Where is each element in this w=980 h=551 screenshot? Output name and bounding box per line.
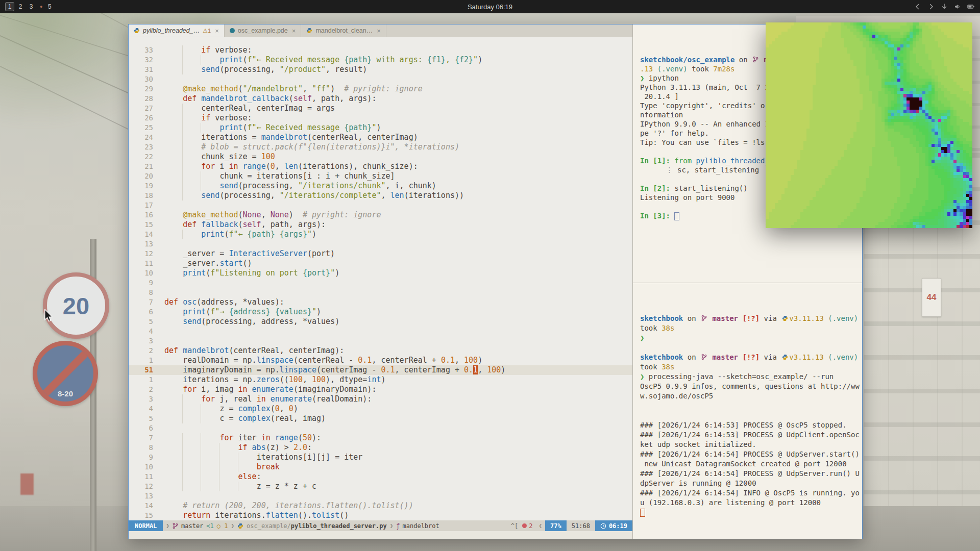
- terminal-line[interactable]: ### [2026/1/24 6:14:53] PROCESS @ UdpCli…: [640, 430, 862, 440]
- code-line[interactable]: 31 send(processing, "/product", result): [129, 65, 632, 74]
- nav-next-icon[interactable]: [927, 3, 935, 10]
- code-line[interactable]: 2def mandelbrot(centerReal, centerImag):: [129, 346, 632, 356]
- code-line[interactable]: 10 print(f"Listening on port {port}"): [129, 268, 632, 278]
- code-line[interactable]: 6 print(f"→ {address} {values}"): [129, 307, 632, 317]
- line-number: 3: [136, 394, 153, 404]
- terminal-line[interactable]: took 38s: [640, 323, 862, 333]
- tab-pyliblo-threaded[interactable]: pyliblo_threaded_… ⚠1 ×: [129, 24, 225, 37]
- terminal-line[interactable]: dpServer is running @ 12000: [640, 479, 862, 488]
- code-line[interactable]: 32 print(f"← Received message {path} wit…: [129, 55, 632, 65]
- terminal-line[interactable]: took 38s: [640, 362, 862, 372]
- workspace-1[interactable]: 1: [5, 2, 14, 11]
- code-line[interactable]: 18 send(processing, "/iterations/complet…: [129, 191, 632, 201]
- terminal-line[interactable]: ### [2026/1/24 6:14:54] PROCESS @ UdpSer…: [640, 469, 862, 479]
- code-line[interactable]: 17: [129, 201, 632, 210]
- code-line[interactable]: 9 iterations[i][j] = iter: [129, 453, 632, 462]
- terminal-line[interactable]: new Unicast DatagramSocket created @ por…: [640, 459, 862, 469]
- code-line[interactable]: 3: [129, 336, 632, 346]
- code-line[interactable]: 14 # return (200, 200, iterations.flatte…: [129, 501, 632, 511]
- code-line[interactable]: 29 @make_method("/mandelbrot", "ff") # p…: [129, 84, 632, 94]
- code-line[interactable]: 26 if verbose:: [129, 113, 632, 123]
- code-line[interactable]: 1 realDomain = np.linspace(centerReal - …: [129, 356, 632, 365]
- code-line[interactable]: 15 def fallback(self, path, args):: [129, 220, 632, 230]
- line-number: 8: [136, 443, 153, 453]
- line-number: 5: [136, 317, 153, 327]
- workspace-5[interactable]: 5: [45, 2, 54, 11]
- code-line[interactable]: 11 _server.start(): [129, 259, 632, 268]
- line-number: 51: [136, 365, 153, 375]
- code-line[interactable]: 51 imaginaryDomain = np.linspace(centerI…: [129, 365, 632, 375]
- code-line[interactable]: 14 print(f"← {path} {args}"): [129, 230, 632, 239]
- code-line[interactable]: 2 for i, imag in enumerate(imaginaryDoma…: [129, 385, 632, 394]
- code-editor[interactable]: 33 if verbose:32 print(f"← Received mess…: [129, 37, 632, 520]
- terminal-line[interactable]: ### [2026/1/24 6:14:54] PROCESS @ UdpSer…: [640, 449, 862, 459]
- code-line[interactable]: 4: [129, 327, 632, 336]
- code-line[interactable]: 1 iterations = np.zeros((100, 100), dtyp…: [129, 375, 632, 385]
- terminal-line[interactable]: sketchbook on master [!?] via v3.11.13 (…: [640, 353, 862, 362]
- tab-close-icon[interactable]: ×: [215, 27, 219, 35]
- terminal-line[interactable]: u (192.168.0.3) are listening @ port 120…: [640, 498, 862, 508]
- code-line[interactable]: 30: [129, 74, 632, 84]
- terminal-line[interactable]: w.sojamo.de/oscP5: [640, 391, 862, 401]
- terminal-line[interactable]: ❯ processing-java --sketch=osc_example/ …: [640, 372, 862, 382]
- code-line[interactable]: 19 send(processing, "/iterations/chunk",…: [129, 181, 632, 191]
- code-line[interactable]: 15 return iterations.flatten().tolist(): [129, 511, 632, 520]
- code-line[interactable]: 25 print(f"← Received message {path}"): [129, 123, 632, 133]
- code-line[interactable]: 16 @make_method(None, None) # pyright: i…: [129, 210, 632, 220]
- code-line[interactable]: 33 if verbose:: [129, 45, 632, 55]
- code-line[interactable]: 12 z = z * z + c: [129, 482, 632, 491]
- code-line[interactable]: 8 if abs(z) > 2.0:: [129, 443, 632, 453]
- tab-close-icon[interactable]: ×: [292, 27, 296, 35]
- fractal-window[interactable]: [766, 22, 972, 228]
- terminal-line[interactable]: sketchbook on master [!?] via v3.11.13 (…: [640, 314, 862, 323]
- editor-window[interactable]: pyliblo_threaded_… ⚠1 × osc_example.pde …: [128, 24, 863, 539]
- code-line[interactable]: 13: [129, 491, 632, 501]
- line-number: 11: [136, 259, 153, 268]
- code-line[interactable]: 9: [129, 278, 632, 288]
- code-line[interactable]: 27 centerReal, centerImag = args: [129, 104, 632, 113]
- terminal-line[interactable]: ❯: [640, 333, 862, 343]
- code-line[interactable]: 11 else:: [129, 472, 632, 482]
- terminal-line[interactable]: ### [2026/1/24 6:14:54] INFO @ OscP5 is …: [640, 488, 862, 498]
- terminal-cursor: [674, 212, 679, 220]
- code-line[interactable]: 21 for i in range(0, len(iterations), ch…: [129, 162, 632, 171]
- code-line[interactable]: 5 c = complex(real, imag): [129, 414, 632, 423]
- code-line[interactable]: 28 def mandelbrot_callback(self, path, a…: [129, 94, 632, 104]
- warning-icon: ⚠: [203, 28, 208, 34]
- code-line[interactable]: 13: [129, 239, 632, 249]
- arrow-down-icon[interactable]: [941, 3, 948, 10]
- code-line[interactable]: 7def osc(address, *values):: [129, 297, 632, 307]
- terminal-line[interactable]: OscP5 0.9.9 infos, comments, questions a…: [640, 382, 862, 391]
- code-line[interactable]: 23 # blob = struct.pack(f"{len(iteration…: [129, 142, 632, 152]
- terminal-line[interactable]: [640, 343, 862, 353]
- code-line[interactable]: 10 break: [129, 462, 632, 472]
- code-line[interactable]: 8: [129, 288, 632, 297]
- code-line[interactable]: 3 for j, real in enumerate(realDomain):: [129, 394, 632, 404]
- code-line[interactable]: 4 z = complex(0, 0): [129, 404, 632, 414]
- git-branch-icon: [701, 315, 707, 321]
- code-line[interactable]: 6: [129, 423, 632, 433]
- volume-icon[interactable]: [954, 3, 961, 10]
- code-line[interactable]: 7 for iter in range(50):: [129, 433, 632, 443]
- code-line[interactable]: 24 iterations = mandelbrot(centerReal, c…: [129, 133, 632, 142]
- terminal-line[interactable]: ### [2026/1/24 6:14:53] PROCESS @ OscP5 …: [640, 420, 862, 430]
- terminal-shell[interactable]: sketchbook on master [!?] via v3.11.13 (…: [633, 283, 862, 539]
- code-line[interactable]: 20 chunk = iterations[i : i + chunk_size…: [129, 171, 632, 181]
- tab-osc-example[interactable]: osc_example.pde ×: [225, 24, 302, 37]
- code-line[interactable]: 12 _server = InteractiveServer(port): [129, 249, 632, 259]
- workspace-3[interactable]: 3: [27, 2, 36, 11]
- terminal-line[interactable]: [640, 411, 862, 420]
- battery-icon[interactable]: [967, 3, 975, 10]
- code-line[interactable]: 22 chunk_size = 100: [129, 152, 632, 162]
- code-context-segment: ƒ mandelbrot: [396, 522, 439, 530]
- command-line[interactable]: [129, 531, 632, 539]
- terminal-line[interactable]: ket udp socket initialized.: [640, 440, 862, 449]
- tab-mandelbrot-clean[interactable]: mandelbrot_clean… ×: [301, 24, 386, 37]
- terminal-line[interactable]: [640, 401, 862, 411]
- terminal-line[interactable]: [640, 508, 862, 517]
- code-line[interactable]: 5 send(processing, address, *values): [129, 317, 632, 327]
- workspace-2[interactable]: 2: [16, 2, 25, 11]
- tab-close-icon[interactable]: ×: [377, 27, 381, 35]
- nav-prev-icon[interactable]: [914, 3, 921, 10]
- workspace-4-dot[interactable]: ●: [40, 4, 42, 9]
